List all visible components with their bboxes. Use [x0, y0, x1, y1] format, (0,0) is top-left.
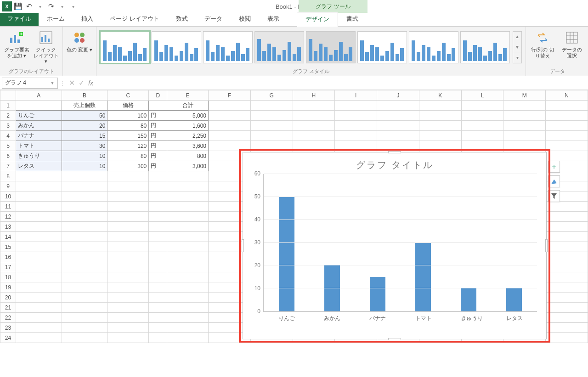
- cell-A7[interactable]: レタス: [16, 161, 62, 171]
- tab-home[interactable]: ホーム: [39, 12, 73, 26]
- cell-F1[interactable]: [209, 101, 251, 111]
- redo-dropdown[interactable]: ▾: [57, 1, 67, 11]
- cell-B19[interactable]: [62, 282, 107, 293]
- select-all[interactable]: [0, 90, 16, 101]
- row-header-5[interactable]: 5: [0, 141, 16, 151]
- row-header-3[interactable]: 3: [0, 121, 16, 131]
- cell-I3[interactable]: [335, 121, 377, 131]
- cell-A14[interactable]: [16, 232, 62, 242]
- row-header-11[interactable]: 11: [0, 202, 16, 212]
- cell-C3[interactable]: 80: [107, 121, 149, 131]
- tab-file[interactable]: ファイル: [0, 12, 39, 26]
- cell-D15[interactable]: [149, 242, 167, 252]
- chart-handle-e[interactable]: [545, 239, 548, 252]
- cell-D24[interactable]: [149, 333, 167, 343]
- row-header-21[interactable]: 21: [0, 303, 16, 313]
- cell-B12[interactable]: [62, 212, 107, 222]
- cell-N20[interactable]: [546, 293, 588, 303]
- cell-N5[interactable]: [546, 141, 588, 151]
- chart-style-thumb-7[interactable]: [409, 31, 458, 63]
- cell-L1[interactable]: [461, 101, 503, 111]
- cell-N4[interactable]: [546, 131, 588, 141]
- undo-dropdown[interactable]: ▾: [35, 1, 45, 11]
- cell-G5[interactable]: [250, 141, 293, 151]
- cell-E24[interactable]: [167, 333, 209, 343]
- chart-styles-button[interactable]: [548, 175, 560, 187]
- cell-J3[interactable]: [377, 121, 419, 131]
- cell-I2[interactable]: [335, 111, 377, 121]
- cell-L5[interactable]: [461, 141, 503, 151]
- row-header-8[interactable]: 8: [0, 171, 16, 181]
- cell-J4[interactable]: [377, 131, 419, 141]
- cell-C20[interactable]: [107, 293, 149, 303]
- cell-N14[interactable]: [546, 232, 588, 242]
- cell-E6[interactable]: 800: [167, 151, 209, 161]
- chart-handle-n[interactable]: [388, 151, 401, 153]
- tab-design[interactable]: デザイン: [297, 12, 338, 27]
- cell-N11[interactable]: [546, 202, 588, 212]
- cell-B22[interactable]: [62, 313, 107, 323]
- cell-E15[interactable]: [167, 242, 209, 252]
- cell-D16[interactable]: [149, 252, 167, 262]
- cell-N22[interactable]: [546, 313, 588, 323]
- col-header-H[interactable]: H: [293, 90, 335, 101]
- cell-G2[interactable]: [250, 111, 293, 121]
- cell-J1[interactable]: [377, 101, 419, 111]
- cell-A5[interactable]: トマト: [16, 141, 62, 151]
- cell-B18[interactable]: [62, 272, 107, 282]
- cell-F5[interactable]: [209, 141, 251, 151]
- switch-row-col-button[interactable]: 行/列の 切り替え: [530, 28, 555, 58]
- add-chart-element-button[interactable]: グラフ要素 を追加 ▾: [4, 28, 29, 58]
- row-header-13[interactable]: 13: [0, 222, 16, 232]
- col-header-J[interactable]: J: [377, 90, 419, 101]
- chart-handle-s[interactable]: [388, 338, 401, 340]
- cell-A2[interactable]: りんご: [16, 111, 62, 121]
- cell-D6[interactable]: 円: [149, 151, 167, 161]
- quick-layout-button[interactable]: クイック レイアウト ▾: [33, 28, 59, 64]
- row-header-22[interactable]: 22: [0, 313, 16, 323]
- cell-B23[interactable]: [62, 323, 107, 333]
- bar-きゅうり[interactable]: [461, 288, 476, 311]
- cell-C11[interactable]: [107, 202, 149, 212]
- cell-M1[interactable]: [503, 101, 546, 111]
- cell-B8[interactable]: [62, 171, 107, 181]
- cell-I1[interactable]: [335, 101, 377, 111]
- cell-B17[interactable]: [62, 262, 107, 272]
- col-header-L[interactable]: L: [461, 90, 503, 101]
- cell-B13[interactable]: [62, 222, 107, 232]
- cell-A20[interactable]: [16, 293, 62, 303]
- cell-C7[interactable]: 300: [107, 161, 149, 171]
- cell-K3[interactable]: [419, 121, 461, 131]
- chart-elements-button[interactable]: ＋: [548, 161, 560, 173]
- cell-D7[interactable]: 円: [149, 161, 167, 171]
- cell-J5[interactable]: [377, 141, 419, 151]
- cell-K1[interactable]: [419, 101, 461, 111]
- cell-C18[interactable]: [107, 272, 149, 282]
- chart-style-thumb-2[interactable]: [152, 31, 201, 63]
- cell-E12[interactable]: [167, 212, 209, 222]
- cell-B21[interactable]: [62, 303, 107, 313]
- col-header-D[interactable]: D: [149, 90, 167, 101]
- row-header-18[interactable]: 18: [0, 272, 16, 282]
- cell-N18[interactable]: [546, 272, 588, 282]
- cell-A23[interactable]: [16, 323, 62, 333]
- cell-E13[interactable]: [167, 222, 209, 232]
- cell-D1[interactable]: [149, 101, 167, 111]
- cell-A19[interactable]: [16, 282, 62, 293]
- cell-B9[interactable]: [62, 181, 107, 191]
- enter-formula-icon[interactable]: ✓: [79, 79, 85, 87]
- row-header-23[interactable]: 23: [0, 323, 16, 333]
- row-header-10[interactable]: 10: [0, 191, 16, 202]
- cell-H3[interactable]: [293, 121, 335, 131]
- cell-A8[interactable]: [16, 171, 62, 181]
- cell-N19[interactable]: [546, 282, 588, 293]
- row-header-6[interactable]: 6: [0, 151, 16, 161]
- cell-E21[interactable]: [167, 303, 209, 313]
- tab-format[interactable]: 書式: [338, 12, 367, 26]
- cell-E11[interactable]: [167, 202, 209, 212]
- cell-D5[interactable]: 円: [149, 141, 167, 151]
- cell-E14[interactable]: [167, 232, 209, 242]
- bar-トマト[interactable]: [415, 243, 431, 312]
- cell-A3[interactable]: みかん: [16, 121, 62, 131]
- cell-E23[interactable]: [167, 323, 209, 333]
